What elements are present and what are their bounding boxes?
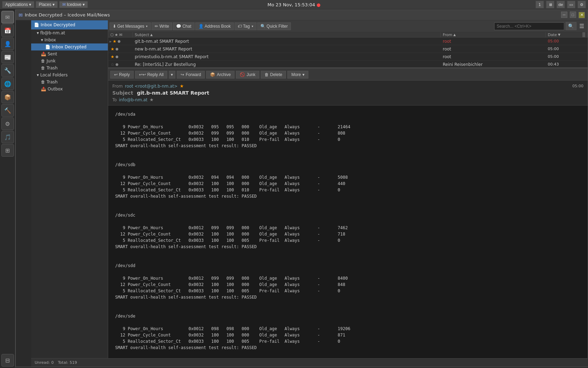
folder-label: Inbox Decrypted [52,45,86,49]
email-row[interactable]: ★ ● new b-nm.at SMART Report root 05:00 [108,45,588,53]
folder-item-trash-local[interactable]: 🗑 Trash [31,79,108,86]
system-bar: Applications ▾ Places ▾ ✉ Icedove ▾ Mo 2… [0,0,588,9]
folder-expand-icon: ▾ [37,30,39,35]
email-row[interactable]: ★ ● primestudio.b-nm.at SMART Report roo… [108,53,588,61]
reply-all-dropdown[interactable]: ▾ [169,71,175,79]
reply-button[interactable]: ↩ Reply [110,71,134,79]
star-icon[interactable]: ★ [111,47,114,52]
taskbar-num[interactable]: 1 [536,1,544,8]
icedove-menu[interactable]: ✉ Icedove ▾ [59,1,88,8]
sidebar-header: 📄 Inbox Decrypted [31,20,108,29]
delete-button[interactable]: 🗑 Delete [261,71,286,79]
taskbar-news-icon[interactable]: 📰 [1,51,14,63]
minimize-button[interactable]: ─ [561,12,567,18]
archive-button[interactable]: 📦 Archive [206,71,234,79]
email-icons-cell: ★ ● [108,47,133,52]
lang-indicator[interactable]: de [556,1,565,8]
col-header-date[interactable]: Date ▼ [546,32,588,37]
more-button[interactable]: More ▾ [287,71,308,79]
taskbar-contact-icon[interactable]: 👤 [1,38,14,50]
folder-outbox-icon: 📤 [41,87,46,91]
email-from-cell: root [441,47,546,52]
read-icon: ● [115,62,119,66]
thread-icon: ▸ [110,39,112,44]
dropdown-arrow-icon: ▾ [302,72,304,77]
folder-label: Local Folders [40,73,68,77]
window-icon[interactable]: ▭ [567,1,575,8]
hamburger-button[interactable]: ☰ [577,22,586,30]
reply-all-button[interactable]: ↩↩ Reply All [135,71,168,79]
total-count: 519 [70,360,77,365]
folder-junk-icon: 🗑 [41,59,45,63]
taskbar-build-icon[interactable]: 🔨 [1,104,14,117]
taskbar-browser-icon[interactable]: 🌐 [1,77,14,90]
taskbar-calendar-icon[interactable]: 📅 [1,24,14,37]
email-date-cell: 00:43 [546,62,588,67]
archive-icon: 📦 [210,72,215,77]
folder-label: fb@b-nm.at [40,30,65,35]
email-row[interactable]: ▸ ★ ● git.b-nm.at SMART Report root 05:0… [108,38,588,45]
col-header-subject[interactable]: Subject ▲ [133,32,441,37]
unread-label: Unread: [35,360,50,365]
col-header-from[interactable]: From ▲ [441,32,546,37]
search-input[interactable] [494,22,564,30]
from-address: root <root@git.b-nm.at> [125,84,178,89]
delete-icon: 🗑 [265,72,269,77]
message-to-line: To info@b-nm.at ★ [112,97,583,102]
folder-item-inbox-decrypted[interactable]: 📄 Inbox Decrypted [31,43,108,50]
taskbar-package-icon[interactable]: 📦 [1,91,14,103]
email-from-cell: root [441,39,546,44]
write-button[interactable]: ✏ Write [152,22,172,30]
address-book-button[interactable]: 👤 Address Book [195,22,234,30]
taskbar-tool-icon[interactable]: 🔧 [1,64,14,77]
window-titlebar: ✉ Inbox Decrypted – Icedove Mail/News ─ … [16,10,588,20]
message-star-button[interactable]: ★ [180,83,184,89]
folder-expand-icon: ▾ [41,38,43,42]
to-star-button[interactable]: ★ [149,97,154,102]
folder-item-inbox[interactable]: ▾ Inbox [31,36,108,43]
forward-button[interactable]: ↪ Forward [177,71,205,79]
subject-label: Subject [112,90,133,96]
folder-label: Sent [48,52,57,56]
folder-item-junk[interactable]: 🗑 Junk [31,57,108,64]
star-icon[interactable]: ★ [111,54,114,59]
star-icon[interactable]: ★ [113,39,117,44]
taskbar-grid-icon[interactable]: ⊞ [1,144,14,157]
window-controls: ─ □ ✕ [560,12,585,18]
taskbar-bottom-icon[interactable]: ⊟ [1,354,14,367]
junk-button[interactable]: 🚫 Junk [236,71,259,79]
email-from-cell: Reini Reisenbichler [441,62,546,67]
toolbar: ⬇ Get Messages ▾ ✏ Write 💬 Chat 👤 Addres… [108,20,588,32]
folder-item-outbox[interactable]: 📤 Outbox [31,86,108,93]
filter-icon: 🔍 [260,24,266,29]
folder-item-account-fb[interactable]: ▾ fb@b-nm.at [31,29,108,36]
display-icon[interactable]: 🖥 [546,1,554,8]
search-box: 🔍 [494,22,576,30]
app-window: ✉ Inbox Decrypted – Icedove Mail/News ─ … [15,9,588,367]
folder-label: Junk [47,59,56,63]
applications-menu[interactable]: Applications ▾ [2,1,34,8]
folder-trash-icon: 🗑 [41,66,45,70]
message-time: 05:00 [572,84,583,88]
quick-filter-button[interactable]: 🔍 Quick Filter [257,22,291,30]
folder-item-sent[interactable]: 📤 Sent [31,50,108,57]
sidebar-header-icon: 📄 [34,22,39,27]
taskbar-gear-icon[interactable]: ⚙ [1,117,14,130]
search-button[interactable]: 🔍 [566,22,576,30]
get-messages-button[interactable]: ⬇ Get Messages ▾ [110,22,151,30]
chat-icon: 💬 [176,24,181,29]
get-messages-icon: ⬇ [113,24,116,29]
tag-button[interactable]: 🏷 Tag ▾ [234,22,256,30]
close-button[interactable]: ✕ [579,12,585,18]
maximize-button[interactable]: □ [570,12,576,18]
system-tray: 1 🖥 de ▭ ⚙ [536,1,586,8]
sidebar: 📄 Inbox Decrypted ▾ fb@b-nm.at ▾ Inbox 📄… [31,20,108,367]
places-menu[interactable]: Places ▾ [36,1,58,8]
star-empty-icon[interactable]: ☆ [111,62,114,67]
chat-button[interactable]: 💬 Chat [173,22,194,30]
settings-icon[interactable]: ⚙ [578,1,586,8]
taskbar-music-icon[interactable]: 🎵 [1,131,14,143]
folder-item-local-folders[interactable]: ▾ Local Folders [31,71,108,79]
folder-item-trash-fb[interactable]: 🗑 Trash [31,64,108,71]
taskbar-mail-icon[interactable]: ✉ [1,11,14,23]
